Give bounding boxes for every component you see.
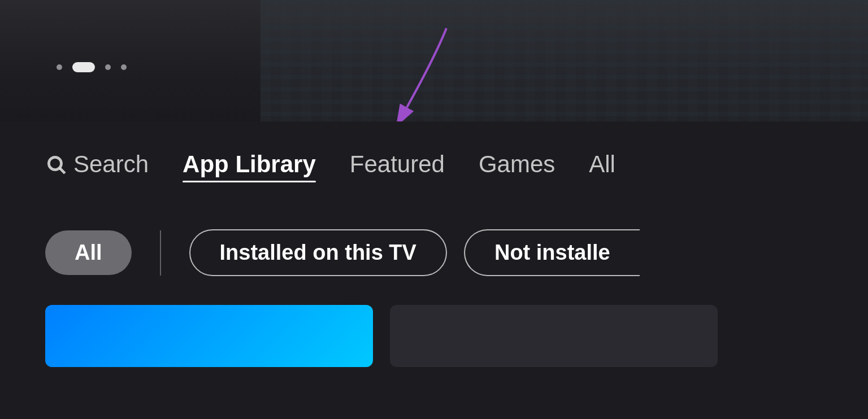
filter-installed-button[interactable]: Installed on this TV [189, 229, 447, 276]
pagination-dot-1 [57, 64, 62, 70]
pagination-dots [57, 62, 127, 72]
nav-item-search[interactable]: Search [45, 151, 149, 182]
nav-item-games[interactable]: Games [479, 151, 555, 182]
nav-featured-label: Featured [350, 151, 445, 178]
nav-item-all[interactable]: All [589, 151, 615, 182]
nav-search-label: Search [73, 151, 149, 178]
filter-all-button[interactable]: All [45, 230, 132, 275]
filter-divider [160, 230, 161, 276]
pagination-dot-2-active [72, 62, 95, 72]
svg-point-1 [49, 157, 61, 169]
search-icon [45, 154, 67, 175]
annotation-arrow [356, 23, 469, 124]
svg-line-2 [60, 168, 65, 173]
app-tiles-area [0, 294, 868, 419]
app-tile-2[interactable] [390, 305, 718, 367]
blinds-horizontal [261, 0, 868, 124]
app-tile-1[interactable] [45, 305, 373, 367]
pagination-dot-4 [121, 64, 127, 70]
nav-item-featured[interactable]: Featured [350, 151, 445, 182]
filter-not-installed-button[interactable]: Not installe [464, 229, 640, 276]
nav-all-label: All [589, 151, 615, 178]
pagination-dot-3 [105, 64, 111, 70]
filter-bar: All Installed on this TV Not installe [0, 212, 868, 294]
nav-item-app-library[interactable]: App Library [183, 151, 316, 182]
nav-app-library-label: App Library [183, 151, 316, 178]
nav-games-label: Games [479, 151, 555, 178]
navigation-bar: Search App Library Featured Games All [0, 121, 868, 212]
